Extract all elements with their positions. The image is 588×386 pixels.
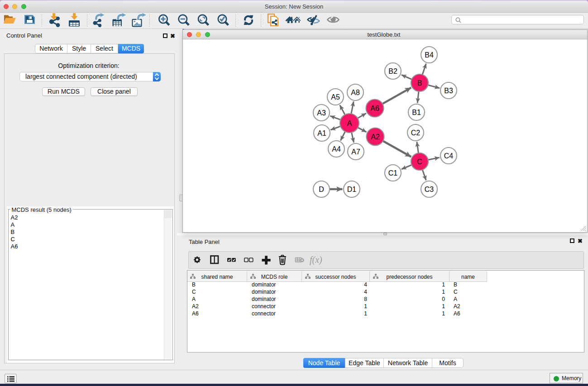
svg-text:B4: B4 [425,51,434,59]
svg-text:A5: A5 [331,93,340,101]
svg-text:C2: C2 [411,129,421,137]
svg-text:C4: C4 [444,152,454,160]
svg-text:B2: B2 [388,67,397,75]
svg-text:A1: A1 [317,129,326,137]
svg-text:C: C [417,158,422,166]
svg-text:A2: A2 [371,133,380,141]
svg-text:A4: A4 [332,145,341,153]
svg-text:C1: C1 [388,169,398,177]
svg-text:f(x): f(x) [310,255,322,265]
svg-text:A7: A7 [351,148,360,156]
svg-text:D: D [319,186,324,193]
svg-text:B: B [417,79,422,87]
svg-text:A6: A6 [370,105,379,112]
svg-text:A: A [347,119,352,127]
svg-text:C3: C3 [425,186,434,193]
svg-text:B3: B3 [444,87,453,95]
svg-text:D1: D1 [347,186,357,193]
svg-text:A8: A8 [351,89,360,96]
svg-text:A3: A3 [317,109,326,117]
svg-text:B1: B1 [412,109,421,116]
